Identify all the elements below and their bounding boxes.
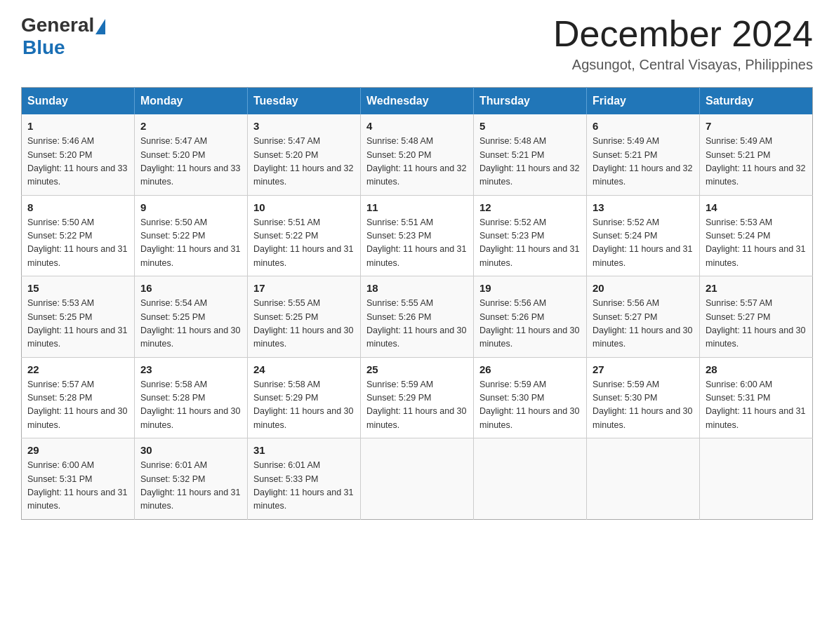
calendar-week-row: 29Sunrise: 6:00 AMSunset: 5:31 PMDayligh… [22,438,813,520]
calendar-cell: 5Sunrise: 5:48 AMSunset: 5:21 PMDaylight… [474,114,587,195]
day-number: 15 [27,282,128,294]
day-info: Sunrise: 6:00 AMSunset: 5:31 PMDaylight:… [706,378,807,433]
calendar-cell: 10Sunrise: 5:51 AMSunset: 5:22 PMDayligh… [248,195,361,276]
day-info: Sunrise: 5:53 AMSunset: 5:25 PMDaylight:… [27,297,128,351]
day-number: 19 [479,282,581,294]
day-number: 12 [479,201,581,213]
calendar-cell: 12Sunrise: 5:52 AMSunset: 5:23 PMDayligh… [474,195,587,276]
day-info: Sunrise: 5:59 AMSunset: 5:30 PMDaylight:… [593,378,694,433]
day-number: 11 [366,201,468,213]
column-header-sunday: Sunday [22,88,135,115]
column-header-wednesday: Wednesday [361,88,474,115]
day-number: 30 [140,444,241,456]
calendar-cell: 16Sunrise: 5:54 AMSunset: 5:25 PMDayligh… [135,276,248,358]
logo-general-text: General [21,14,94,36]
day-info: Sunrise: 5:53 AMSunset: 5:24 PMDaylight:… [706,216,807,271]
logo: General Blue [21,14,105,59]
calendar-cell: 28Sunrise: 6:00 AMSunset: 5:31 PMDayligh… [700,357,813,438]
day-number: 7 [706,120,807,132]
calendar-cell [587,438,700,520]
calendar-cell: 27Sunrise: 5:59 AMSunset: 5:30 PMDayligh… [587,357,700,438]
calendar-cell: 20Sunrise: 5:56 AMSunset: 5:27 PMDayligh… [587,276,700,358]
day-info: Sunrise: 5:56 AMSunset: 5:26 PMDaylight:… [479,297,581,351]
day-info: Sunrise: 6:01 AMSunset: 5:32 PMDaylight:… [140,459,241,514]
calendar-cell: 9Sunrise: 5:50 AMSunset: 5:22 PMDaylight… [135,195,248,276]
day-number: 25 [366,363,468,375]
day-number: 2 [140,120,241,132]
day-info: Sunrise: 5:47 AMSunset: 5:20 PMDaylight:… [253,135,355,189]
day-number: 17 [253,282,355,294]
day-info: Sunrise: 5:49 AMSunset: 5:21 PMDaylight:… [706,135,807,189]
day-info: Sunrise: 5:47 AMSunset: 5:20 PMDaylight:… [140,135,241,189]
day-number: 26 [479,363,581,375]
calendar-cell: 29Sunrise: 6:00 AMSunset: 5:31 PMDayligh… [22,438,135,520]
calendar-cell: 19Sunrise: 5:56 AMSunset: 5:26 PMDayligh… [474,276,587,358]
column-header-monday: Monday [135,88,248,115]
calendar-cell: 23Sunrise: 5:58 AMSunset: 5:28 PMDayligh… [135,357,248,438]
day-info: Sunrise: 5:55 AMSunset: 5:25 PMDaylight:… [253,297,355,351]
calendar-cell: 22Sunrise: 5:57 AMSunset: 5:28 PMDayligh… [22,357,135,438]
calendar-cell: 26Sunrise: 5:59 AMSunset: 5:30 PMDayligh… [474,357,587,438]
column-header-tuesday: Tuesday [248,88,361,115]
day-info: Sunrise: 5:54 AMSunset: 5:25 PMDaylight:… [140,297,241,351]
day-info: Sunrise: 5:52 AMSunset: 5:24 PMDaylight:… [593,216,694,271]
day-info: Sunrise: 5:50 AMSunset: 5:22 PMDaylight:… [27,216,128,271]
day-info: Sunrise: 5:51 AMSunset: 5:22 PMDaylight:… [253,216,355,271]
calendar-cell: 30Sunrise: 6:01 AMSunset: 5:32 PMDayligh… [135,438,248,520]
logo-blue-text: Blue [22,36,65,59]
day-info: Sunrise: 5:57 AMSunset: 5:28 PMDaylight:… [27,378,128,433]
calendar-cell: 13Sunrise: 5:52 AMSunset: 5:24 PMDayligh… [587,195,700,276]
day-number: 20 [593,282,694,294]
day-info: Sunrise: 5:58 AMSunset: 5:29 PMDaylight:… [253,378,355,433]
day-info: Sunrise: 6:01 AMSunset: 5:33 PMDaylight:… [253,459,355,514]
column-header-friday: Friday [587,88,700,115]
day-number: 6 [593,120,694,132]
calendar-week-row: 1Sunrise: 5:46 AMSunset: 5:20 PMDaylight… [22,114,813,195]
day-number: 23 [140,363,241,375]
day-number: 3 [253,120,355,132]
location-text: Agsungot, Central Visayas, Philippines [553,57,813,73]
calendar-header-row: SundayMondayTuesdayWednesdayThursdayFrid… [22,88,813,115]
calendar-week-row: 8Sunrise: 5:50 AMSunset: 5:22 PMDaylight… [22,195,813,276]
day-number: 10 [253,201,355,213]
day-info: Sunrise: 5:50 AMSunset: 5:22 PMDaylight:… [140,216,241,271]
day-number: 1 [27,120,128,132]
calendar-cell: 7Sunrise: 5:49 AMSunset: 5:21 PMDaylight… [700,114,813,195]
calendar-cell: 15Sunrise: 5:53 AMSunset: 5:25 PMDayligh… [22,276,135,358]
day-number: 5 [479,120,581,132]
day-info: Sunrise: 5:59 AMSunset: 5:29 PMDaylight:… [366,378,468,433]
calendar-cell: 3Sunrise: 5:47 AMSunset: 5:20 PMDaylight… [248,114,361,195]
column-header-saturday: Saturday [700,88,813,115]
calendar-cell: 24Sunrise: 5:58 AMSunset: 5:29 PMDayligh… [248,357,361,438]
day-number: 14 [706,201,807,213]
month-title: December 2024 [553,14,813,54]
calendar-cell [361,438,474,520]
day-info: Sunrise: 5:52 AMSunset: 5:23 PMDaylight:… [479,216,581,271]
calendar-week-row: 15Sunrise: 5:53 AMSunset: 5:25 PMDayligh… [22,276,813,358]
day-number: 29 [27,444,128,456]
calendar-week-row: 22Sunrise: 5:57 AMSunset: 5:28 PMDayligh… [22,357,813,438]
title-section: December 2024 Agsungot, Central Visayas,… [553,14,813,73]
day-number: 16 [140,282,241,294]
day-info: Sunrise: 5:48 AMSunset: 5:21 PMDaylight:… [479,135,581,189]
calendar-cell: 8Sunrise: 5:50 AMSunset: 5:22 PMDaylight… [22,195,135,276]
calendar-table: SundayMondayTuesdayWednesdayThursdayFrid… [21,87,813,520]
calendar-cell: 2Sunrise: 5:47 AMSunset: 5:20 PMDaylight… [135,114,248,195]
day-number: 24 [253,363,355,375]
day-info: Sunrise: 5:59 AMSunset: 5:30 PMDaylight:… [479,378,581,433]
day-info: Sunrise: 5:48 AMSunset: 5:20 PMDaylight:… [366,135,468,189]
day-number: 13 [593,201,694,213]
day-number: 31 [253,444,355,456]
calendar-cell [474,438,587,520]
calendar-cell: 21Sunrise: 5:57 AMSunset: 5:27 PMDayligh… [700,276,813,358]
day-number: 28 [706,363,807,375]
day-number: 4 [366,120,468,132]
day-info: Sunrise: 5:49 AMSunset: 5:21 PMDaylight:… [593,135,694,189]
calendar-cell: 14Sunrise: 5:53 AMSunset: 5:24 PMDayligh… [700,195,813,276]
day-number: 22 [27,363,128,375]
day-number: 27 [593,363,694,375]
day-info: Sunrise: 5:46 AMSunset: 5:20 PMDaylight:… [27,135,128,189]
calendar-cell: 6Sunrise: 5:49 AMSunset: 5:21 PMDaylight… [587,114,700,195]
calendar-cell: 18Sunrise: 5:55 AMSunset: 5:26 PMDayligh… [361,276,474,358]
day-number: 9 [140,201,241,213]
